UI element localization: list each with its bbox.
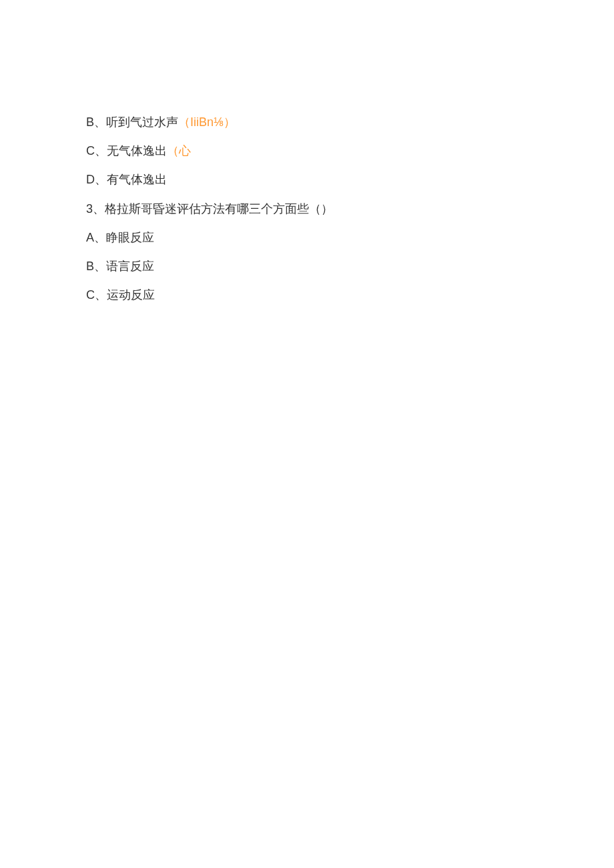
note-close: ） bbox=[224, 115, 236, 129]
note-text: 心 bbox=[179, 144, 191, 157]
option-line-b2: B、语言反应 bbox=[86, 252, 614, 281]
option-line-a: A、睁眼反应 bbox=[86, 224, 614, 252]
option-text: 睁眼反应 bbox=[106, 231, 154, 244]
option-label: B bbox=[86, 115, 94, 129]
option-line-b: B、听到气过水声（IiiBn⅛） bbox=[86, 108, 614, 137]
question-number: 3 bbox=[86, 202, 93, 215]
question-line-3: 3、格拉斯哥昏迷评估方法有哪三个方面些（） bbox=[86, 195, 614, 224]
option-line-c2: C、运动反应 bbox=[86, 281, 614, 310]
separator: 、 bbox=[95, 144, 107, 157]
option-label: D bbox=[86, 173, 95, 186]
option-text: 有气体逸出 bbox=[107, 173, 167, 186]
separator: 、 bbox=[94, 260, 106, 273]
option-label: B bbox=[86, 260, 94, 273]
document-page: B、听到气过水声（IiiBn⅛） C、无气体逸出（心 D、有气体逸出 3、格拉斯… bbox=[0, 0, 614, 310]
option-line-d: D、有气体逸出 bbox=[86, 165, 614, 194]
option-text: 无气体逸出 bbox=[107, 144, 167, 157]
option-line-c: C、无气体逸出（心 bbox=[86, 137, 614, 165]
option-label: C bbox=[86, 144, 95, 157]
separator: 、 bbox=[95, 173, 107, 186]
separator: 、 bbox=[94, 231, 106, 244]
option-label: C bbox=[86, 288, 95, 302]
option-label: A bbox=[86, 231, 94, 244]
separator: 、 bbox=[95, 288, 107, 302]
question-text: 格拉斯哥昏迷评估方法有哪三个方面些（） bbox=[105, 202, 333, 215]
note-open: （ bbox=[178, 115, 190, 129]
option-text: 听到气过水声 bbox=[106, 115, 178, 129]
note-open: （ bbox=[167, 144, 179, 157]
note-text: IiiBn⅛ bbox=[190, 115, 224, 129]
separator: 、 bbox=[93, 202, 105, 215]
separator: 、 bbox=[94, 115, 106, 129]
option-text: 运动反应 bbox=[107, 288, 155, 302]
option-text: 语言反应 bbox=[106, 260, 154, 273]
